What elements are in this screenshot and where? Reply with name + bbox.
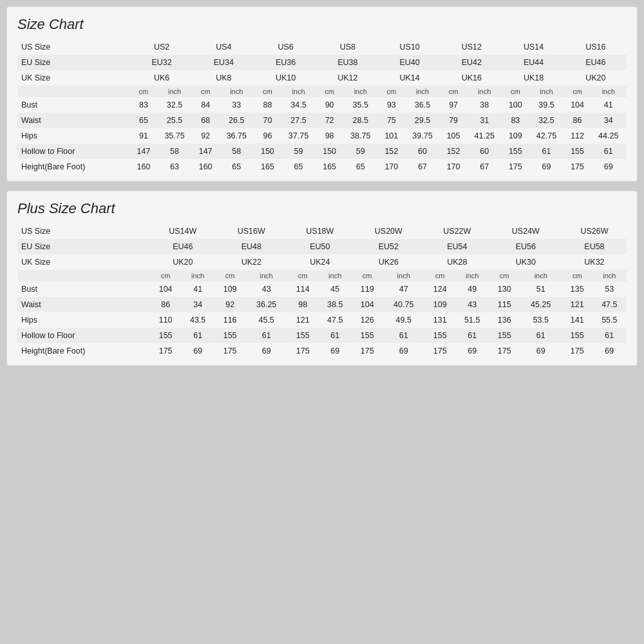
waist-row: Waist 6525.5 6826.5 7027.5 7228.5 7529.5… — [17, 113, 627, 128]
unit-row: cminch cminch cminch cminch cminch cminc… — [17, 86, 627, 97]
plus-hollow-to-floor-row: Hollow to Floor 15561 15561 15561 15561 … — [17, 328, 627, 343]
plus-us-size-row: US Size US14W US16W US18W US20W US22W US… — [17, 223, 627, 239]
height-row: Height(Bare Foot) 16063 16065 16565 1656… — [17, 159, 627, 175]
hollow-to-floor-row: Hollow to Floor 14758 14758 15059 15059 … — [17, 144, 627, 159]
size-chart-title: Size Chart — [17, 16, 627, 33]
us-size-label: US Size — [17, 39, 131, 55]
us12: US12 — [440, 39, 502, 55]
us2: US2 — [131, 39, 193, 55]
eu-size-row: EU Size EU32 EU34 EU36 EU38 EU40 EU42 EU… — [17, 55, 627, 70]
us16: US16 — [565, 39, 627, 55]
plus-size-chart-table: US Size US14W US16W US18W US20W US22W US… — [17, 223, 627, 359]
hips-row: Hips 9135.75 9236.75 9637.75 9838.75 101… — [17, 128, 627, 144]
plus-waist-row: Waist 8634 9236.25 9838.5 10440.75 10943… — [17, 297, 627, 312]
size-chart: Size Chart US Size US2 US4 US6 US8 US10 … — [6, 6, 638, 182]
us4: US4 — [193, 39, 254, 55]
us6: US6 — [255, 39, 317, 55]
size-chart-table: US Size US2 US4 US6 US8 US10 US12 US14 U… — [17, 39, 627, 175]
us-size-row: US Size US2 US4 US6 US8 US10 US12 US14 U… — [17, 39, 627, 55]
plus-hips-row: Hips 11043.5 11645.5 12147.5 12649.5 131… — [17, 312, 627, 328]
eu-size-label: EU Size — [17, 55, 131, 70]
plus-uk-size-row: UK Size UK20 UK22 UK24 UK26 UK28 UK30 UK… — [17, 254, 627, 270]
plus-size-chart: Plus Size Chart US Size US14W US16W US18… — [6, 191, 638, 366]
us8: US8 — [317, 39, 379, 55]
us14: US14 — [502, 39, 564, 55]
plus-unit-row: cminch cminch cminch cminch cminch cminc… — [17, 270, 627, 281]
plus-eu-size-row: EU Size EU46 EU48 EU50 EU52 EU54 EU56 EU… — [17, 239, 627, 254]
plus-bust-row: Bust 10441 10943 11445 11947 12449 13051… — [17, 281, 627, 297]
uk-size-row: UK Size UK6 UK8 UK10 UK12 UK14 UK16 UK18… — [17, 70, 627, 86]
plus-height-row: Height(Bare Foot) 17569 17569 17569 1756… — [17, 343, 627, 359]
plus-size-chart-title: Plus Size Chart — [17, 200, 627, 217]
uk-size-label: UK Size — [17, 70, 131, 86]
bust-row: Bust 8332.5 8433 8834.5 9035.5 9336.5 97… — [17, 97, 627, 113]
us10: US10 — [379, 39, 440, 55]
